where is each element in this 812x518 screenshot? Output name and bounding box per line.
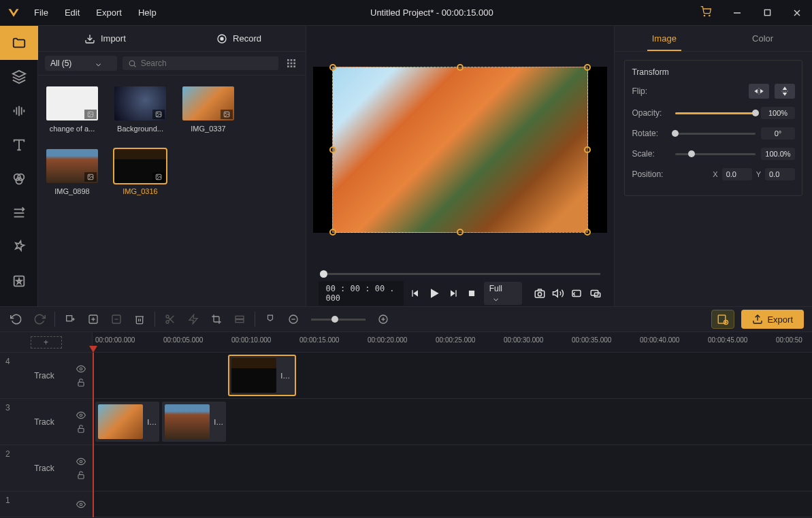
media-item[interactable]: IMG_0337 (182, 86, 234, 133)
speed-button[interactable] (185, 311, 201, 327)
add-button[interactable] (85, 311, 101, 327)
record-button[interactable]: Record (172, 26, 306, 51)
zoom-out-button[interactable] (285, 311, 302, 327)
audio-button[interactable] (552, 285, 565, 302)
maximize-button[interactable] (752, 0, 782, 26)
search-box[interactable] (123, 56, 279, 70)
add-track-button[interactable]: + (31, 336, 62, 349)
time-ruler[interactable]: 00:00:00.000 00:00:05.000 00:00:10.000 0… (93, 332, 812, 353)
remove-button[interactable] (108, 311, 125, 327)
play-button[interactable] (427, 285, 441, 302)
scrub-track[interactable] (320, 273, 600, 275)
preview-scrub[interactable] (306, 267, 614, 280)
next-frame-button[interactable] (446, 285, 459, 302)
export-button[interactable]: Export (741, 310, 804, 329)
menu-file[interactable]: File (27, 3, 55, 22)
eye-icon[interactable] (76, 500, 86, 509)
lock-icon[interactable] (76, 378, 86, 387)
track-header[interactable]: 3 Track (0, 399, 93, 445)
redo-button[interactable] (31, 311, 48, 327)
zoom-select[interactable]: Full ⌵ (484, 282, 523, 305)
lock-icon[interactable] (76, 424, 86, 434)
track-header[interactable]: 4 Track (0, 353, 93, 399)
rotate-value[interactable]: 0° (761, 127, 795, 140)
filters-tool[interactable] (0, 162, 38, 196)
track-header[interactable]: 1 (0, 491, 93, 517)
pos-x-input[interactable] (722, 168, 752, 180)
opacity-slider[interactable] (675, 112, 756, 114)
track-header[interactable]: 2 Track (0, 445, 93, 491)
scrub-thumb[interactable] (320, 270, 327, 278)
delete-button[interactable] (131, 311, 148, 327)
timeline-export-settings-button[interactable] (711, 310, 734, 329)
snapshot-button[interactable] (533, 285, 546, 302)
split-button[interactable] (162, 311, 178, 327)
zoom-in-button[interactable] (375, 311, 391, 327)
media-filter-select[interactable]: All (5) ⌵ (45, 56, 117, 71)
scale-value[interactable]: 100.0% (761, 148, 795, 160)
resize-handle[interactable] (329, 64, 336, 71)
resize-handle[interactable] (329, 146, 336, 153)
opacity-value[interactable]: 100% (761, 107, 795, 119)
import-button[interactable]: Import (38, 26, 172, 51)
stop-button[interactable] (465, 285, 478, 302)
media-item[interactable]: change of a... (46, 86, 98, 133)
resize-handle[interactable] (584, 64, 591, 71)
tab-image[interactable]: Image (615, 26, 713, 51)
menu-export[interactable]: Export (89, 3, 129, 22)
elements-tool[interactable] (0, 230, 38, 264)
eye-icon[interactable] (76, 364, 86, 374)
media-tool[interactable] (0, 26, 38, 60)
eye-icon[interactable] (76, 410, 86, 420)
timecode[interactable]: 00 : 00 : 00 . 000 (319, 281, 403, 306)
timeline-clip[interactable]: IM... (95, 402, 159, 442)
resize-handle[interactable] (584, 146, 591, 153)
playhead[interactable] (93, 353, 94, 517)
media-item[interactable]: IMG_0316 (114, 149, 166, 195)
crop-button[interactable] (208, 311, 225, 327)
timeline-settings-button[interactable] (231, 311, 248, 327)
marker-button[interactable] (262, 311, 278, 327)
resize-handle[interactable] (329, 229, 336, 236)
track-lane[interactable] (93, 491, 812, 517)
layers-tool[interactable] (0, 60, 38, 94)
grid-view-button[interactable] (284, 56, 299, 71)
lock-icon[interactable] (76, 470, 86, 480)
cart-icon[interactable] (700, 6, 711, 19)
track-lane[interactable]: IM... IM... (93, 399, 812, 445)
eye-icon[interactable] (76, 457, 86, 466)
tab-color[interactable]: Color (713, 26, 812, 51)
audio-tool[interactable] (0, 94, 38, 128)
resize-handle[interactable] (457, 64, 464, 71)
minimize-button[interactable] (722, 0, 752, 26)
favorites-tool[interactable] (0, 264, 38, 298)
add-marker-button[interactable] (62, 311, 78, 327)
resize-handle[interactable] (457, 229, 464, 236)
menu-help[interactable]: Help (131, 3, 163, 22)
timeline-clip[interactable]: IM... (162, 402, 226, 442)
flip-horizontal-button[interactable] (749, 84, 769, 99)
media-item[interactable]: Background... (114, 86, 166, 133)
preview-canvas[interactable] (313, 67, 607, 233)
prev-frame-button[interactable] (409, 285, 422, 302)
pos-y-input[interactable] (765, 168, 795, 180)
zoom-slider[interactable] (311, 319, 366, 321)
track-lane[interactable]: IM... (93, 353, 812, 399)
undo-button[interactable] (8, 311, 25, 327)
timeline-clip[interactable]: IM... (229, 355, 295, 395)
scale-slider[interactable] (675, 153, 756, 155)
media-item[interactable]: IMG_0898 (46, 149, 98, 195)
search-input[interactable] (141, 59, 274, 68)
preview-image[interactable] (332, 67, 588, 233)
transitions-tool[interactable] (0, 196, 38, 230)
fullscreen-button[interactable] (589, 285, 602, 302)
track-lane[interactable] (93, 445, 812, 491)
close-button[interactable] (782, 0, 812, 26)
flip-vertical-button[interactable] (775, 84, 795, 99)
rotate-slider[interactable] (675, 133, 756, 135)
resize-handle[interactable] (584, 229, 591, 236)
aspect-button[interactable] (570, 285, 583, 302)
zoom-thumb[interactable] (331, 316, 338, 323)
menu-edit[interactable]: Edit (58, 3, 86, 22)
tracks-area[interactable]: IM... IM... IM... (93, 353, 812, 517)
